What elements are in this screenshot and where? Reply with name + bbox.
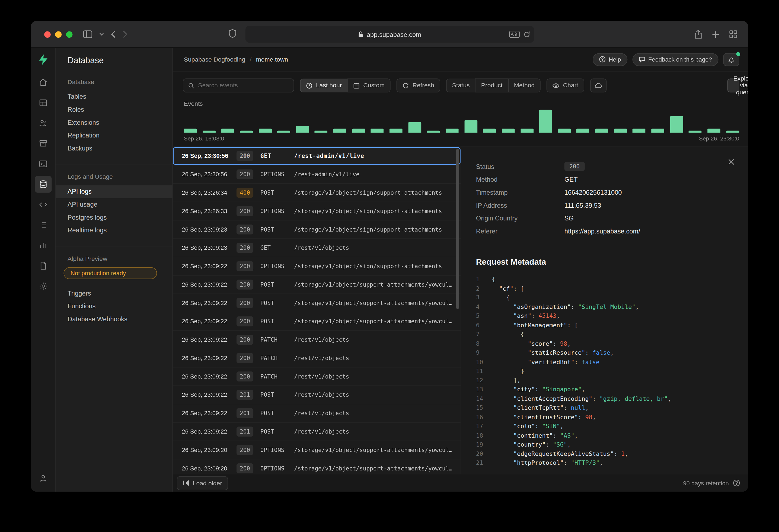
sidebar-item-backups[interactable]: Backups [56, 142, 172, 155]
breadcrumb-page[interactable]: meme.town [256, 56, 288, 63]
sidebar-item-functions[interactable]: Functions [56, 300, 172, 313]
filter-status-button[interactable]: Status [446, 78, 475, 92]
filter-product-button[interactable]: Product [475, 78, 508, 92]
home-icon[interactable] [35, 74, 51, 91]
docs-file-icon[interactable] [35, 257, 51, 274]
chart-toggle-button[interactable]: Chart [547, 78, 584, 92]
chart-bar[interactable] [614, 129, 627, 133]
chart-bar[interactable] [726, 131, 739, 133]
chart-bar[interactable] [689, 131, 702, 133]
breadcrumb-project[interactable]: Supabase Dogfooding [184, 56, 245, 63]
log-row[interactable]: 26 Sep, 23:09:22 200 POST /storage/v1/ob… [173, 294, 461, 312]
logs-list-icon[interactable] [35, 217, 51, 234]
reports-chart-icon[interactable] [35, 237, 51, 254]
sidebar-item-api-logs[interactable]: API logs [56, 185, 172, 198]
chart-bar[interactable] [296, 126, 309, 133]
custom-range-button[interactable]: Custom [348, 78, 391, 92]
chart-bar[interactable] [502, 129, 515, 133]
new-tab-icon[interactable] [712, 30, 719, 38]
chart-bar[interactable] [258, 129, 272, 133]
close-icon[interactable] [728, 159, 734, 165]
chart-bar[interactable] [577, 129, 590, 133]
chart-bar[interactable] [333, 129, 346, 133]
cloud-options-button[interactable] [590, 78, 606, 92]
sidebar-item-tables[interactable]: Tables [56, 90, 172, 103]
minimize-window-button[interactable] [55, 31, 62, 38]
chart-bar[interactable] [427, 131, 440, 133]
chart-bar[interactable] [446, 129, 459, 133]
sidebar-item-replication[interactable]: Replication [56, 129, 172, 142]
database-icon[interactable] [35, 176, 51, 193]
chart-bar[interactable] [595, 129, 608, 133]
log-row[interactable]: 26 Sep, 23:30:56 200 OPTIONS /rest-admin… [173, 165, 461, 184]
table-editor-icon[interactable] [35, 94, 51, 111]
translate-icon[interactable]: A文 [509, 31, 520, 38]
chart-bar[interactable] [240, 131, 253, 133]
log-row[interactable]: 26 Sep, 23:30:56 200 GET /rest-admin/v1/… [173, 147, 461, 165]
log-row[interactable]: 26 Sep, 23:09:22 201 POST /rest/v1/objec… [173, 423, 461, 441]
api-code-icon[interactable] [35, 196, 51, 213]
notifications-button[interactable] [723, 53, 739, 66]
log-row[interactable]: 26 Sep, 23:26:33 200 OPTIONS /storage/v1… [173, 202, 461, 220]
chart-bar[interactable] [184, 129, 197, 133]
chart-bar[interactable] [464, 120, 477, 133]
chart-bar[interactable] [539, 110, 552, 133]
back-button[interactable] [111, 30, 116, 38]
chart-bar[interactable] [390, 129, 403, 133]
chart-bar[interactable] [371, 129, 384, 133]
supabase-logo[interactable] [37, 54, 49, 66]
chart-bar[interactable] [202, 131, 216, 133]
feedback-button[interactable]: Feedback on this page? [632, 53, 718, 66]
forward-button[interactable] [123, 30, 127, 38]
sidebar-item-extensions[interactable]: Extensions [56, 116, 172, 129]
log-row[interactable]: 26 Sep, 23:09:20 200 OPTIONS /storage/v1… [173, 441, 461, 459]
close-window-button[interactable] [44, 31, 51, 38]
chart-bar[interactable] [521, 129, 534, 133]
log-row[interactable]: 26 Sep, 23:09:22 200 PATCH /rest/v1/obje… [173, 331, 461, 349]
sidebar-item-triggers[interactable]: Triggers [56, 287, 172, 300]
tab-overview-icon[interactable] [729, 30, 737, 38]
chart-bar[interactable] [707, 129, 720, 133]
chart-bar[interactable] [633, 129, 646, 133]
privacy-shield-icon[interactable] [229, 29, 237, 38]
chart-bar[interactable] [408, 122, 421, 133]
sidebar-item-postgres-logs[interactable]: Postgres logs [56, 211, 172, 224]
chart-bar[interactable] [483, 129, 496, 133]
sidebar-item-realtime-logs[interactable]: Realtime logs [56, 224, 172, 237]
log-row[interactable]: 26 Sep, 23:09:22 200 OPTIONS /storage/v1… [173, 257, 461, 276]
chart-bar[interactable] [670, 116, 683, 133]
scrollbar-thumb[interactable] [456, 149, 459, 309]
log-row[interactable]: 26 Sep, 23:09:22 200 POST /storage/v1/ob… [173, 276, 461, 294]
refresh-button[interactable]: Refresh [397, 78, 440, 92]
sidebar-toggle-icon[interactable] [83, 30, 93, 38]
chart-bar[interactable] [558, 129, 571, 133]
storage-icon[interactable] [35, 135, 51, 152]
chart-bar[interactable] [315, 131, 328, 133]
log-row[interactable]: 26 Sep, 23:09:22 201 POST /rest/v1/objec… [173, 404, 461, 423]
reload-icon[interactable] [524, 31, 530, 38]
load-older-button[interactable]: Load older [177, 476, 228, 490]
sql-editor-icon[interactable] [35, 155, 51, 172]
zoom-window-button[interactable] [66, 31, 73, 38]
settings-gear-icon[interactable] [35, 278, 51, 294]
filter-method-button[interactable]: Method [508, 78, 541, 92]
address-bar[interactable]: app.supabase.com A文 [245, 26, 534, 43]
log-row[interactable]: 26 Sep, 23:09:22 201 POST /rest/v1/objec… [173, 386, 461, 404]
account-icon[interactable] [35, 470, 51, 487]
chevron-down-icon[interactable] [99, 33, 104, 36]
chart-bar[interactable] [352, 129, 365, 133]
sidebar-item-roles[interactable]: Roles [56, 103, 172, 116]
chart-bar[interactable] [277, 131, 290, 133]
log-row[interactable]: 26 Sep, 23:09:22 200 POST /storage/v1/ob… [173, 312, 461, 331]
sidebar-item-api-usage[interactable]: API usage [56, 198, 172, 211]
log-row[interactable]: 26 Sep, 23:09:20 200 OPTIONS /storage/v1… [173, 459, 461, 474]
help-button[interactable]: Help [593, 53, 627, 66]
search-events-box[interactable] [183, 78, 294, 92]
last-hour-button[interactable]: Last hour [300, 78, 347, 92]
sidebar-item-database-webhooks[interactable]: Database Webhooks [56, 313, 172, 326]
search-events-input[interactable] [198, 82, 289, 89]
log-row[interactable]: 26 Sep, 23:09:22 200 PATCH /rest/v1/obje… [173, 349, 461, 368]
chart-bar[interactable] [221, 129, 234, 133]
log-row[interactable]: 26 Sep, 23:09:23 200 POST /storage/v1/ob… [173, 220, 461, 239]
log-row[interactable]: 26 Sep, 23:09:22 200 PATCH /rest/v1/obje… [173, 368, 461, 386]
